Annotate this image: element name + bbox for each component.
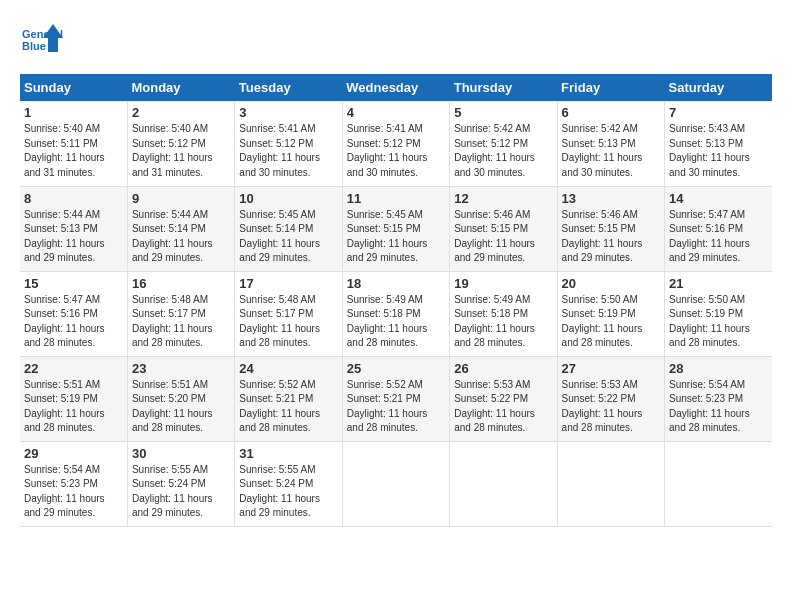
day-info: Sunrise: 5:45 AM Sunset: 5:15 PM Dayligh… (347, 208, 445, 266)
calendar-cell: 12Sunrise: 5:46 AM Sunset: 5:15 PM Dayli… (450, 186, 557, 271)
day-number: 17 (239, 276, 337, 291)
day-number: 22 (24, 361, 123, 376)
day-number: 15 (24, 276, 123, 291)
svg-text:Blue: Blue (22, 40, 46, 52)
day-number: 8 (24, 191, 123, 206)
day-info: Sunrise: 5:46 AM Sunset: 5:15 PM Dayligh… (454, 208, 552, 266)
calendar-cell: 23Sunrise: 5:51 AM Sunset: 5:20 PM Dayli… (127, 356, 234, 441)
col-header-sunday: Sunday (20, 74, 127, 101)
day-number: 30 (132, 446, 230, 461)
day-info: Sunrise: 5:55 AM Sunset: 5:24 PM Dayligh… (132, 463, 230, 521)
day-info: Sunrise: 5:47 AM Sunset: 5:16 PM Dayligh… (24, 293, 123, 351)
calendar-table: SundayMondayTuesdayWednesdayThursdayFrid… (20, 74, 772, 527)
logo: General Blue (20, 20, 64, 64)
day-info: Sunrise: 5:54 AM Sunset: 5:23 PM Dayligh… (24, 463, 123, 521)
calendar-cell: 31Sunrise: 5:55 AM Sunset: 5:24 PM Dayli… (235, 441, 342, 526)
week-row-4: 22Sunrise: 5:51 AM Sunset: 5:19 PM Dayli… (20, 356, 772, 441)
calendar-cell: 1Sunrise: 5:40 AM Sunset: 5:11 PM Daylig… (20, 101, 127, 186)
calendar-cell: 13Sunrise: 5:46 AM Sunset: 5:15 PM Dayli… (557, 186, 664, 271)
calendar-cell: 30Sunrise: 5:55 AM Sunset: 5:24 PM Dayli… (127, 441, 234, 526)
day-info: Sunrise: 5:49 AM Sunset: 5:18 PM Dayligh… (454, 293, 552, 351)
day-info: Sunrise: 5:44 AM Sunset: 5:14 PM Dayligh… (132, 208, 230, 266)
calendar-cell: 2Sunrise: 5:40 AM Sunset: 5:12 PM Daylig… (127, 101, 234, 186)
col-header-monday: Monday (127, 74, 234, 101)
day-number: 27 (562, 361, 660, 376)
calendar-cell: 16Sunrise: 5:48 AM Sunset: 5:17 PM Dayli… (127, 271, 234, 356)
day-number: 11 (347, 191, 445, 206)
day-number: 18 (347, 276, 445, 291)
calendar-cell: 20Sunrise: 5:50 AM Sunset: 5:19 PM Dayli… (557, 271, 664, 356)
day-info: Sunrise: 5:46 AM Sunset: 5:15 PM Dayligh… (562, 208, 660, 266)
day-info: Sunrise: 5:48 AM Sunset: 5:17 PM Dayligh… (239, 293, 337, 351)
calendar-cell: 4Sunrise: 5:41 AM Sunset: 5:12 PM Daylig… (342, 101, 449, 186)
day-number: 31 (239, 446, 337, 461)
day-number: 29 (24, 446, 123, 461)
day-info: Sunrise: 5:40 AM Sunset: 5:11 PM Dayligh… (24, 122, 123, 180)
day-info: Sunrise: 5:51 AM Sunset: 5:20 PM Dayligh… (132, 378, 230, 436)
calendar-cell: 3Sunrise: 5:41 AM Sunset: 5:12 PM Daylig… (235, 101, 342, 186)
day-info: Sunrise: 5:50 AM Sunset: 5:19 PM Dayligh… (669, 293, 768, 351)
header: General Blue (20, 20, 772, 64)
day-number: 10 (239, 191, 337, 206)
calendar-cell: 28Sunrise: 5:54 AM Sunset: 5:23 PM Dayli… (665, 356, 772, 441)
day-number: 7 (669, 105, 768, 120)
day-info: Sunrise: 5:48 AM Sunset: 5:17 PM Dayligh… (132, 293, 230, 351)
week-row-1: 1Sunrise: 5:40 AM Sunset: 5:11 PM Daylig… (20, 101, 772, 186)
col-header-wednesday: Wednesday (342, 74, 449, 101)
day-info: Sunrise: 5:49 AM Sunset: 5:18 PM Dayligh… (347, 293, 445, 351)
col-header-saturday: Saturday (665, 74, 772, 101)
calendar-cell: 9Sunrise: 5:44 AM Sunset: 5:14 PM Daylig… (127, 186, 234, 271)
day-info: Sunrise: 5:41 AM Sunset: 5:12 PM Dayligh… (239, 122, 337, 180)
day-info: Sunrise: 5:53 AM Sunset: 5:22 PM Dayligh… (454, 378, 552, 436)
col-header-friday: Friday (557, 74, 664, 101)
day-header-row: SundayMondayTuesdayWednesdayThursdayFrid… (20, 74, 772, 101)
calendar-cell (557, 441, 664, 526)
calendar-cell: 29Sunrise: 5:54 AM Sunset: 5:23 PM Dayli… (20, 441, 127, 526)
calendar-cell: 14Sunrise: 5:47 AM Sunset: 5:16 PM Dayli… (665, 186, 772, 271)
day-number: 3 (239, 105, 337, 120)
calendar-cell: 19Sunrise: 5:49 AM Sunset: 5:18 PM Dayli… (450, 271, 557, 356)
calendar-cell: 24Sunrise: 5:52 AM Sunset: 5:21 PM Dayli… (235, 356, 342, 441)
day-number: 5 (454, 105, 552, 120)
day-info: Sunrise: 5:53 AM Sunset: 5:22 PM Dayligh… (562, 378, 660, 436)
calendar-cell: 17Sunrise: 5:48 AM Sunset: 5:17 PM Dayli… (235, 271, 342, 356)
day-info: Sunrise: 5:54 AM Sunset: 5:23 PM Dayligh… (669, 378, 768, 436)
calendar-cell: 26Sunrise: 5:53 AM Sunset: 5:22 PM Dayli… (450, 356, 557, 441)
calendar-cell: 8Sunrise: 5:44 AM Sunset: 5:13 PM Daylig… (20, 186, 127, 271)
day-info: Sunrise: 5:42 AM Sunset: 5:12 PM Dayligh… (454, 122, 552, 180)
day-number: 12 (454, 191, 552, 206)
calendar-cell: 21Sunrise: 5:50 AM Sunset: 5:19 PM Dayli… (665, 271, 772, 356)
day-info: Sunrise: 5:42 AM Sunset: 5:13 PM Dayligh… (562, 122, 660, 180)
calendar-cell: 15Sunrise: 5:47 AM Sunset: 5:16 PM Dayli… (20, 271, 127, 356)
day-number: 23 (132, 361, 230, 376)
calendar-cell: 25Sunrise: 5:52 AM Sunset: 5:21 PM Dayli… (342, 356, 449, 441)
day-number: 28 (669, 361, 768, 376)
day-number: 26 (454, 361, 552, 376)
col-header-thursday: Thursday (450, 74, 557, 101)
calendar-cell: 5Sunrise: 5:42 AM Sunset: 5:12 PM Daylig… (450, 101, 557, 186)
day-info: Sunrise: 5:44 AM Sunset: 5:13 PM Dayligh… (24, 208, 123, 266)
day-info: Sunrise: 5:50 AM Sunset: 5:19 PM Dayligh… (562, 293, 660, 351)
calendar-cell (342, 441, 449, 526)
day-number: 25 (347, 361, 445, 376)
day-info: Sunrise: 5:51 AM Sunset: 5:19 PM Dayligh… (24, 378, 123, 436)
day-info: Sunrise: 5:47 AM Sunset: 5:16 PM Dayligh… (669, 208, 768, 266)
calendar-cell: 27Sunrise: 5:53 AM Sunset: 5:22 PM Dayli… (557, 356, 664, 441)
calendar-cell: 22Sunrise: 5:51 AM Sunset: 5:19 PM Dayli… (20, 356, 127, 441)
day-info: Sunrise: 5:52 AM Sunset: 5:21 PM Dayligh… (347, 378, 445, 436)
day-number: 4 (347, 105, 445, 120)
col-header-tuesday: Tuesday (235, 74, 342, 101)
calendar-cell: 11Sunrise: 5:45 AM Sunset: 5:15 PM Dayli… (342, 186, 449, 271)
day-number: 13 (562, 191, 660, 206)
day-info: Sunrise: 5:40 AM Sunset: 5:12 PM Dayligh… (132, 122, 230, 180)
calendar-cell: 10Sunrise: 5:45 AM Sunset: 5:14 PM Dayli… (235, 186, 342, 271)
day-info: Sunrise: 5:43 AM Sunset: 5:13 PM Dayligh… (669, 122, 768, 180)
day-number: 1 (24, 105, 123, 120)
week-row-5: 29Sunrise: 5:54 AM Sunset: 5:23 PM Dayli… (20, 441, 772, 526)
calendar-cell: 18Sunrise: 5:49 AM Sunset: 5:18 PM Dayli… (342, 271, 449, 356)
calendar-cell: 6Sunrise: 5:42 AM Sunset: 5:13 PM Daylig… (557, 101, 664, 186)
calendar-cell: 7Sunrise: 5:43 AM Sunset: 5:13 PM Daylig… (665, 101, 772, 186)
day-number: 6 (562, 105, 660, 120)
day-number: 20 (562, 276, 660, 291)
logo-icon: General Blue (20, 20, 64, 64)
